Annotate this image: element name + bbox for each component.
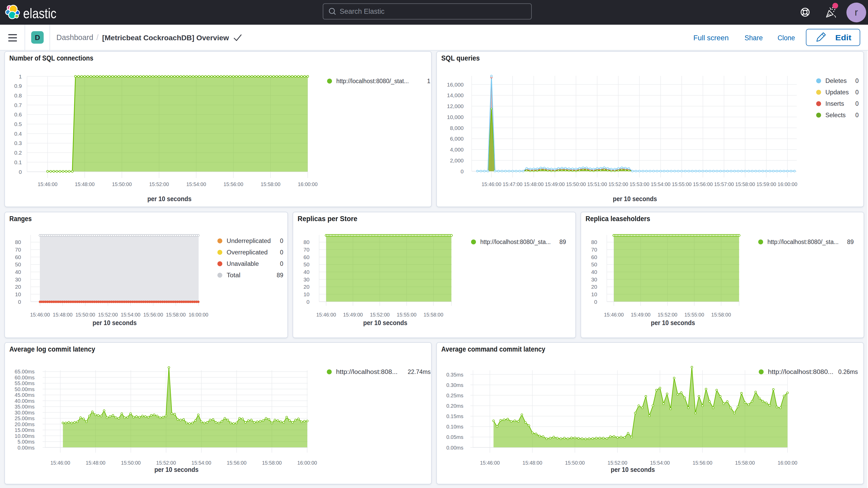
- svg-text:0.25ms: 0.25ms: [446, 393, 463, 398]
- svg-text:15:47:00: 15:47:00: [503, 181, 522, 187]
- svg-text:Replicas per Store: Replicas per Store: [298, 215, 357, 223]
- svg-text:15:57:00: 15:57:00: [714, 181, 734, 187]
- svg-text:4,000: 4,000: [450, 147, 464, 153]
- svg-text:15:56:00: 15:56:00: [227, 460, 247, 466]
- svg-text:15:52:00: 15:52:00: [156, 460, 176, 466]
- svg-text:0: 0: [18, 299, 21, 305]
- svg-text:12,000: 12,000: [447, 103, 464, 109]
- svg-text:0: 0: [280, 261, 283, 267]
- svg-text:15:46:00: 15:46:00: [51, 460, 70, 466]
- svg-text:30.00ms: 30.00ms: [14, 410, 35, 416]
- svg-text:15:54:00: 15:54:00: [186, 181, 206, 187]
- svg-text:80: 80: [304, 239, 310, 245]
- svg-text:per 10 seconds: per 10 seconds: [611, 466, 655, 474]
- svg-text:Full screen: Full screen: [693, 34, 729, 42]
- svg-text:Share: Share: [745, 34, 763, 42]
- svg-text:15:58:00: 15:58:00: [261, 181, 280, 187]
- svg-text:15:52:00: 15:52:00: [608, 460, 627, 466]
- svg-text:15:58:00: 15:58:00: [424, 311, 443, 317]
- svg-text:15:58:00: 15:58:00: [735, 181, 755, 187]
- svg-text:15:53:00: 15:53:00: [630, 181, 649, 187]
- svg-text:Deletes: Deletes: [826, 78, 847, 84]
- svg-text:15:50:00: 15:50:00: [565, 460, 585, 466]
- svg-text:10: 10: [15, 291, 21, 297]
- svg-text:Underreplicated: Underreplicated: [227, 238, 271, 244]
- svg-text:40: 40: [15, 269, 21, 275]
- svg-text:20: 20: [304, 284, 310, 290]
- svg-text:0: 0: [594, 299, 597, 305]
- svg-text:Average log commit latency: Average log commit latency: [9, 345, 95, 353]
- svg-text:40: 40: [304, 269, 310, 275]
- svg-text:50: 50: [591, 262, 597, 267]
- svg-text:0.2: 0.2: [14, 150, 22, 156]
- svg-text:Edit: Edit: [835, 33, 851, 42]
- svg-text:Dashboard: Dashboard: [56, 33, 93, 41]
- svg-text:http://localhost:8080/_sta...: http://localhost:8080/_sta...: [768, 239, 839, 245]
- svg-text:D: D: [35, 33, 40, 41]
- svg-text:http://localhost:8080...: http://localhost:8080...: [768, 368, 833, 375]
- svg-text:15:52:00: 15:52:00: [149, 181, 169, 187]
- svg-text:14,000: 14,000: [447, 92, 464, 98]
- svg-text:15:46:00: 15:46:00: [482, 181, 501, 187]
- svg-text:per 10 seconds: per 10 seconds: [154, 466, 198, 474]
- svg-text:15:56:00: 15:56:00: [223, 181, 243, 187]
- svg-text:15:46:00: 15:46:00: [480, 460, 500, 466]
- svg-text:70: 70: [15, 247, 21, 252]
- svg-text:SQL queries: SQL queries: [441, 54, 480, 62]
- svg-text:0.3: 0.3: [14, 140, 22, 146]
- svg-text:40.00ms: 40.00ms: [14, 398, 35, 404]
- svg-text:15:59:00: 15:59:00: [756, 181, 776, 187]
- svg-text:16:00:00: 16:00:00: [297, 460, 317, 466]
- svg-text:r: r: [855, 7, 858, 18]
- svg-text:15:54:00: 15:54:00: [650, 460, 670, 466]
- svg-text:15:52:00: 15:52:00: [657, 311, 677, 317]
- svg-text:15:48:00: 15:48:00: [86, 460, 105, 466]
- svg-text:15:52:00: 15:52:00: [98, 311, 118, 317]
- svg-text:55.00ms: 55.00ms: [14, 380, 35, 386]
- svg-text:0.00ms: 0.00ms: [18, 445, 35, 451]
- svg-text:15:49:00: 15:49:00: [631, 311, 650, 317]
- svg-text:Search Elastic: Search Elastic: [340, 7, 384, 15]
- svg-text:/: /: [96, 33, 99, 41]
- svg-text:60.00ms: 60.00ms: [14, 375, 35, 380]
- svg-text:0.35ms: 0.35ms: [446, 372, 463, 377]
- svg-text:http://localhost:8080/_stat...: http://localhost:8080/_stat...: [336, 78, 409, 85]
- svg-text:45.00ms: 45.00ms: [14, 392, 35, 398]
- svg-text:15:56:00: 15:56:00: [693, 181, 713, 187]
- svg-text:10.00ms: 10.00ms: [14, 433, 35, 439]
- svg-text:89: 89: [277, 272, 283, 279]
- svg-text:per 10 seconds: per 10 seconds: [651, 319, 695, 327]
- svg-text:[Metricbeat CockroachDB] Overv: [Metricbeat CockroachDB] Overview: [102, 34, 229, 42]
- svg-text:35.00ms: 35.00ms: [14, 404, 35, 409]
- svg-text:0.05ms: 0.05ms: [446, 434, 463, 440]
- svg-text:16:00:00: 16:00:00: [189, 311, 209, 317]
- svg-text:0.20ms: 0.20ms: [446, 403, 463, 409]
- svg-text:0: 0: [855, 100, 859, 107]
- svg-text:Inserts: Inserts: [826, 100, 844, 107]
- svg-text:15:46:00: 15:46:00: [316, 311, 336, 317]
- svg-text:15:55:00: 15:55:00: [397, 311, 416, 317]
- svg-text:30: 30: [591, 276, 597, 282]
- svg-text:80: 80: [591, 239, 597, 245]
- svg-text:15:48:00: 15:48:00: [53, 311, 72, 317]
- svg-text:15:49:00: 15:49:00: [545, 181, 565, 187]
- svg-text:15:52:00: 15:52:00: [370, 311, 390, 317]
- svg-text:5.00ms: 5.00ms: [18, 439, 35, 445]
- svg-text:0.1: 0.1: [14, 159, 22, 165]
- svg-text:0.30ms: 0.30ms: [446, 382, 463, 388]
- svg-text:10: 10: [591, 291, 597, 297]
- svg-text:Unavailable: Unavailable: [227, 261, 259, 267]
- svg-text:Clone: Clone: [778, 34, 795, 42]
- svg-text:20: 20: [15, 284, 21, 290]
- svg-text:16:00:00: 16:00:00: [298, 181, 317, 187]
- svg-text:0: 0: [306, 299, 310, 305]
- svg-text:50.00ms: 50.00ms: [14, 387, 35, 392]
- svg-text:80: 80: [15, 239, 21, 245]
- svg-text:15:54:00: 15:54:00: [191, 460, 211, 466]
- svg-text:15:46:00: 15:46:00: [30, 311, 50, 317]
- svg-text:0.00ms: 0.00ms: [446, 445, 463, 451]
- svg-text:elastic: elastic: [23, 5, 56, 21]
- svg-text:15:58:00: 15:58:00: [262, 460, 282, 466]
- svg-text:15:55:00: 15:55:00: [684, 311, 704, 317]
- svg-text:0.4: 0.4: [14, 131, 22, 137]
